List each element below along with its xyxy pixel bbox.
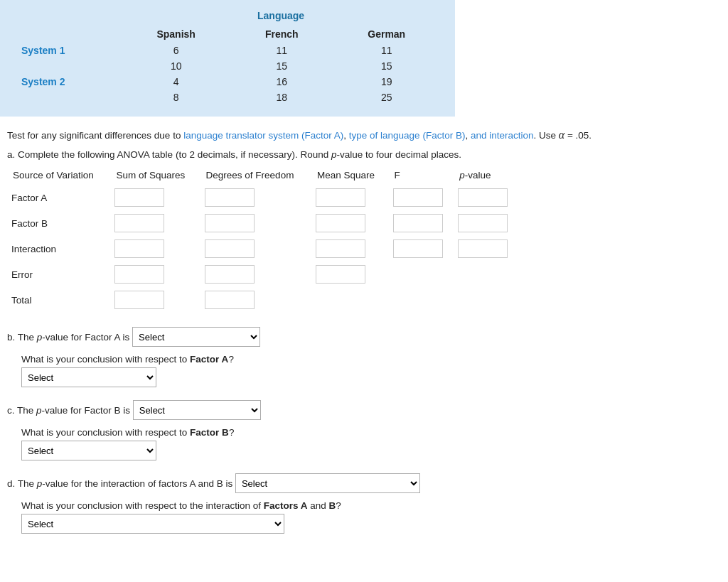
factor-a-df[interactable]: [205, 188, 255, 207]
factor-b-pvalue[interactable]: [458, 214, 508, 232]
p-italic-d: p: [37, 478, 43, 489]
factor-b-df[interactable]: [205, 214, 255, 232]
col-german: German: [332, 26, 441, 43]
highlight-interaction: and interaction: [471, 130, 534, 141]
highlight-language: language translator system: [183, 130, 299, 141]
interaction-label: Interaction: [7, 236, 110, 262]
system1-label: System 1: [14, 43, 121, 58]
section-d-label: d. The p-value for the interaction of fa…: [7, 473, 721, 493]
anova-header-df: Degrees of Freedom: [200, 167, 311, 185]
table-row: Factor A: [7, 185, 519, 210]
factor-b-conclusion-select[interactable]: Select Significant difference No signifi…: [21, 441, 156, 460]
factor-a-pvalue[interactable]: [458, 188, 508, 207]
table-row: Error: [7, 262, 519, 287]
anova-header-ms: Mean Square: [311, 167, 389, 185]
alpha-symbol: α: [559, 129, 564, 141]
factor-a-conclusion-label: What is your conclusion with respect to …: [21, 354, 721, 365]
anova-table: Source of Variation Sum of Squares Degre…: [7, 167, 519, 313]
highlight-factorb: (Factor B): [422, 130, 465, 141]
anova-header-source: Source of Variation: [7, 167, 110, 185]
interaction-conclusion-select[interactable]: Select Significant difference No signifi…: [21, 514, 284, 534]
anova-header-pvalue: p-value: [454, 167, 519, 185]
system2-label: System 2: [14, 74, 121, 90]
total-df[interactable]: [205, 291, 255, 309]
section-c-label: c. The p-value for Factor B is Select le…: [7, 400, 721, 420]
data-table: Language Spanish French German System 1 …: [14, 7, 441, 105]
cell-s1-french-1: 11: [231, 43, 332, 58]
cell-s2-french-2: 18: [231, 90, 332, 105]
interaction-f[interactable]: [393, 239, 443, 258]
section-d-conclusion: What is your conclusion with respect to …: [21, 500, 721, 534]
cell-s1-german-1: 11: [332, 43, 441, 58]
cell-s2-spanish-1: 4: [121, 74, 231, 90]
language-header: Language: [121, 7, 441, 26]
error-ms[interactable]: [316, 265, 365, 284]
total-label: Total: [7, 287, 110, 313]
cell-s1-spanish-1: 6: [121, 43, 231, 58]
main-content: Test for any significant differences due…: [0, 122, 728, 538]
col-spanish: Spanish: [121, 26, 231, 43]
cell-s2-spanish-2: 8: [121, 90, 231, 105]
error-ss[interactable]: [114, 265, 164, 284]
error-df[interactable]: [205, 265, 255, 284]
cell-s1-spanish-2: 10: [121, 58, 231, 74]
p-italic-c: p: [36, 405, 42, 416]
table-row: Total: [7, 287, 519, 313]
interaction-df[interactable]: [205, 239, 255, 258]
highlight-factora: (Factor A): [301, 130, 343, 141]
cell-s1-german-2: 15: [332, 58, 441, 74]
factor-b-conclusion-label: What is your conclusion with respect to …: [21, 427, 721, 438]
factor-a-ms[interactable]: [316, 188, 365, 207]
section-c-conclusion: What is your conclusion with respect to …: [21, 427, 721, 460]
interaction-conclusion-label: What is your conclusion with respect to …: [21, 500, 721, 511]
interaction-ss[interactable]: [114, 239, 164, 258]
cell-s1-french-2: 15: [231, 58, 332, 74]
anova-header-f: F: [389, 167, 454, 185]
factor-a-pvalue-select[interactable]: Select less than .01 between .01 and .02…: [132, 327, 260, 347]
section-b-conclusion: What is your conclusion with respect to …: [21, 354, 721, 387]
highlight-type: type of language: [349, 130, 420, 141]
table-row: Interaction: [7, 236, 519, 262]
total-ss[interactable]: [114, 291, 164, 309]
data-table-container: Language Spanish French German System 1 …: [0, 0, 455, 117]
p-value-italic: p: [331, 149, 337, 160]
main-instruction: Test for any significant differences due…: [7, 126, 721, 144]
cell-s2-french-1: 16: [231, 74, 332, 90]
factor-a-conclusion-select[interactable]: Select Significant difference No signifi…: [21, 367, 156, 387]
p-italic-b: p: [37, 332, 43, 343]
section-b-label: b. The p-value for Factor A is Select le…: [7, 327, 721, 347]
cell-empty-label: [14, 58, 121, 74]
factor-b-label: Factor B: [7, 210, 110, 236]
interaction-ms[interactable]: [316, 239, 365, 258]
factor-b-ss[interactable]: [114, 214, 164, 232]
interaction-pvalue[interactable]: [458, 239, 508, 258]
anova-header-ss: Sum of Squares: [110, 167, 200, 185]
part-a-instruction: a. Complete the following ANOVA table (t…: [7, 149, 721, 160]
table-row: Factor B: [7, 210, 519, 236]
cell-s2-german-2: 25: [332, 90, 441, 105]
error-label: Error: [7, 262, 110, 287]
factor-b-f[interactable]: [393, 214, 443, 232]
cell-empty-label2: [14, 90, 121, 105]
factor-a-f[interactable]: [393, 188, 443, 207]
factor-a-label: Factor A: [7, 185, 110, 210]
cell-s2-german-1: 19: [332, 74, 441, 90]
factor-b-ms[interactable]: [316, 214, 365, 232]
col-french: French: [231, 26, 332, 43]
interaction-pvalue-select[interactable]: Select less than .01 between .01 and .02…: [235, 473, 420, 493]
factor-a-ss[interactable]: [114, 188, 164, 207]
factor-b-pvalue-select[interactable]: Select less than .01 between .01 and .02…: [133, 400, 261, 420]
